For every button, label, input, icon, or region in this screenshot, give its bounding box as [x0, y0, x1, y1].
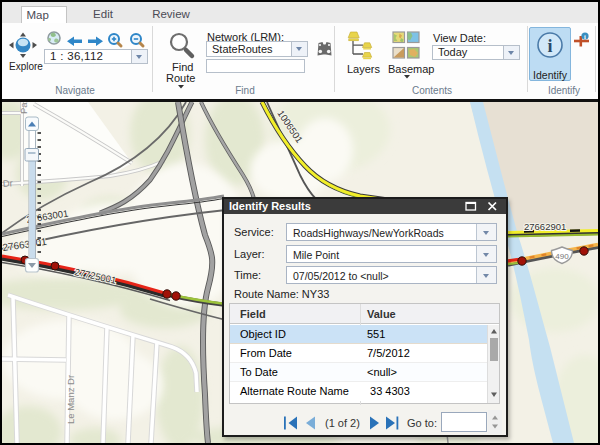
- svg-text:Le Manz Dr: Le Manz Dr: [65, 375, 76, 424]
- svg-text:Dr: Dr: [2, 177, 13, 189]
- svg-text:27662901: 27662901: [524, 221, 566, 232]
- svg-text:Go to:: Go to:: [407, 417, 437, 429]
- svg-text:490: 490: [555, 252, 569, 261]
- svg-text:i: i: [584, 33, 586, 40]
- svg-text:i: i: [547, 36, 552, 56]
- svg-text:(1 of 2): (1 of 2): [325, 417, 360, 429]
- svg-text:Pa: Pa: [18, 102, 29, 114]
